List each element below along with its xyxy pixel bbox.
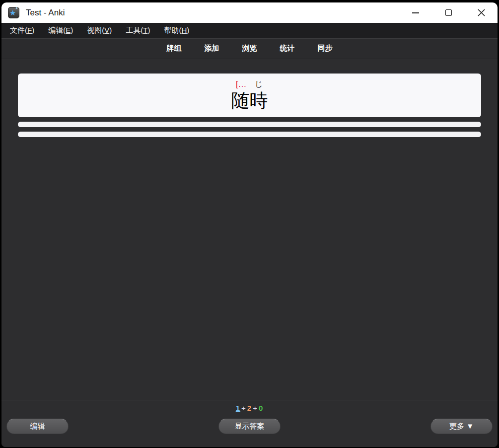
close-icon: [478, 9, 485, 16]
window-controls: [399, 2, 498, 23]
remaining-counts: 1+2+0: [1, 404, 498, 412]
maximize-icon: [445, 9, 452, 16]
menu-file-suf: ): [32, 26, 34, 34]
menu-bar: 文件(F) 编辑(E) 视图(V) 工具(T) 帮助(H): [1, 23, 498, 39]
menu-edit-pre: 编辑(: [48, 26, 66, 34]
minimize-icon: [412, 12, 419, 13]
menu-edit[interactable]: 编辑(E): [48, 26, 73, 35]
anki-window: ★ ✦ Test - Anki 文件(F) 编辑(E) 视图(V) 工具(T) …: [1, 2, 498, 447]
maximize-button[interactable]: [432, 2, 465, 23]
show-answer-button[interactable]: 显示答案: [218, 419, 281, 434]
menu-view-suf: ): [109, 26, 112, 34]
menu-view[interactable]: 视图(V): [87, 26, 112, 35]
menu-tools-accel: T: [143, 26, 147, 34]
learning-count: 2: [247, 404, 252, 412]
question-card: [...じ 随時: [18, 74, 481, 117]
plus-separator: +: [252, 404, 259, 412]
toolbar-browse[interactable]: 浏览: [242, 44, 257, 53]
menu-view-accel: V: [104, 26, 109, 34]
menu-file-accel: F: [27, 26, 32, 34]
sparkle-icon: ✦: [15, 6, 18, 10]
toolbar-decks[interactable]: 牌组: [167, 44, 182, 53]
menu-file[interactable]: 文件(F): [10, 26, 34, 35]
window-title: Test - Anki: [26, 8, 65, 18]
reading-line: [...じ: [236, 79, 263, 90]
reading-kana: じ: [255, 80, 263, 88]
menu-file-pre: 文件(: [10, 26, 27, 34]
menu-tools-suf: ): [147, 26, 150, 34]
more-button[interactable]: 更多 ▼: [430, 419, 493, 434]
toolbar-stats[interactable]: 统计: [280, 44, 295, 53]
reading-hint: [...: [236, 80, 247, 88]
menu-help-pre: 帮助(: [164, 26, 181, 34]
menu-view-pre: 视图(: [87, 26, 104, 34]
bottom-bar: 1+2+0 编辑 显示答案 更多 ▼: [1, 400, 498, 447]
edit-button[interactable]: 编辑: [6, 419, 69, 434]
new-count: 1: [236, 404, 240, 412]
main-toolbar: 牌组 添加 浏览 统计 同步: [1, 39, 498, 59]
toolbar-sync[interactable]: 同步: [318, 44, 333, 53]
minimize-button[interactable]: [399, 2, 432, 23]
menu-edit-accel: E: [66, 26, 71, 34]
menu-help[interactable]: 帮助(H): [164, 26, 189, 35]
review-area: [...じ 随時: [1, 59, 498, 400]
menu-tools-pre: 工具(: [126, 26, 143, 34]
menu-tools[interactable]: 工具(T): [126, 26, 150, 35]
button-row: 编辑 显示答案 更多 ▼: [1, 412, 498, 434]
field-strip: [18, 132, 481, 137]
anki-app-icon: ★ ✦: [8, 7, 19, 18]
field-strip: [18, 122, 481, 127]
review-count: 0: [259, 404, 263, 412]
title-bar[interactable]: ★ ✦ Test - Anki: [1, 2, 498, 23]
card-word: 随時: [231, 90, 268, 112]
toolbar-add[interactable]: 添加: [205, 44, 219, 53]
menu-help-suf: ): [187, 26, 189, 34]
menu-edit-suf: ): [71, 26, 73, 34]
plus-separator: +: [240, 404, 247, 412]
close-button[interactable]: [465, 2, 498, 23]
menu-help-accel: H: [181, 26, 187, 34]
